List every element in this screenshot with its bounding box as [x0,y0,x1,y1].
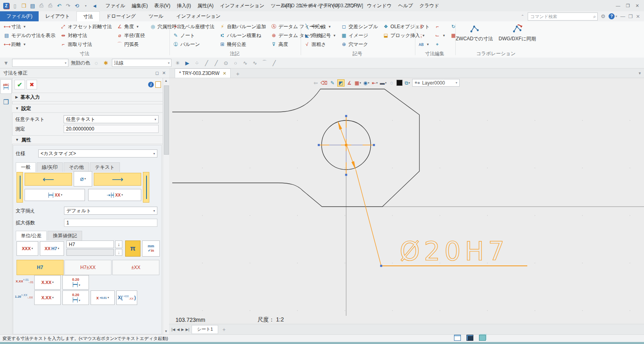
print-preview-icon[interactable]: ⎙ [47,2,54,9]
collapse-left-icon[interactable]: ◀ [91,2,98,9]
open-file-icon[interactable]: ❒ [21,2,27,9]
undo-icon[interactable]: ↶ [56,2,62,9]
ribbon-button-面取り寸法[interactable]: ⌐面取り寸法 [58,40,114,49]
last-sheet-icon[interactable]: ▶| [186,327,189,332]
dimension-display-icon[interactable]: ⇤▾ [371,79,378,87]
spline-icon[interactable]: ∿ [251,60,258,66]
ribbon-button-xxedit[interactable]: ẍ [416,22,431,31]
add-sheet-button[interactable]: ＋ [221,326,227,333]
monitor-icon[interactable] [466,335,473,341]
tol-paren-button[interactable]: X( +XX-XX ) [116,290,137,305]
doc-minimize-button[interactable]: — [620,14,625,19]
command-search-input[interactable] [528,12,598,21]
point-style-icon[interactable]: ⁘ [193,60,200,66]
fmt-primary-combo[interactable]: XXX▾ [17,241,38,256]
new-file-icon[interactable]: ▯ [12,2,18,9]
tol-style-button-H7±XX[interactable]: H7±XX [64,260,111,275]
menu-item-5[interactable]: インフォメーション [217,1,267,10]
tab-file[interactable]: ファイル(F) [0,11,39,21]
ok-button[interactable]: ✔ [14,80,25,89]
tol-style-button-±XX[interactable]: ±XX [112,260,159,275]
line-icon[interactable]: ╱ [203,60,210,66]
fit-upper-input[interactable]: H7 [66,240,114,248]
window-minimize-button[interactable]: — [616,3,620,8]
tab-レイアウト[interactable]: レイアウト [39,11,76,21]
attr-tab-テキスト[interactable]: テキスト [90,162,120,172]
attr-tab-線/矢印[interactable]: 線/矢印 [37,162,63,172]
ribbon-button-abcedit[interactable]: ᴀʙ▼ [416,40,431,49]
ribbon-button-モデルの寸法を表示[interactable]: ▤モデルの寸法を表示 [2,31,57,40]
color-swatch[interactable] [396,80,402,86]
ribbon-button-円弧長[interactable]: ⌒円弧長 [115,40,147,49]
help-button[interactable]: ? ▾ [609,13,617,19]
doc-close-button[interactable]: ✕ [636,14,640,19]
dimension-grips[interactable] [318,115,382,267]
menu-item-8[interactable]: アプリ [343,1,363,10]
sheet-tab[interactable]: シート1 [192,325,218,334]
ray-icon[interactable]: ╱ [270,60,278,66]
mm-in-toggle-button[interactable]: mm ✔in [142,240,160,257]
ext-line-left-button[interactable] [17,172,23,203]
ribbon-button-dimp[interactable]: ⌐ [432,22,448,31]
tab-ツール[interactable]: ツール [142,11,170,21]
attr-tab-一般[interactable]: 一般 [16,162,36,172]
tab-list-caret-icon[interactable]: ▼ [638,71,642,75]
attr-tab-その他[interactable]: その他 [64,162,89,172]
center-grip[interactable] [345,144,347,146]
tab-ドローイング[interactable]: ドローイング [100,11,142,21]
menu-item-4[interactable]: 属性(A) [194,1,216,10]
tab-close-icon[interactable]: ✕ [223,71,226,76]
ribbon-button-中心線[interactable]: ╲中心線▼ [302,22,338,31]
panel-dock-icon[interactable]: ◻ [155,70,159,76]
ribbon-button-面粗さ[interactable]: √面粗さ [302,40,338,49]
help-doc-icon[interactable] [155,81,161,88]
collapse-ribbon-icon[interactable]: ⌃ [521,14,524,19]
ribbon-button-ラベル座標寸法[interactable]: ⌖ラベル座標寸法 [171,22,217,31]
scroll-down-icon[interactable]: ▼ [163,329,169,334]
unit-tab-換算値併記[interactable]: 換算値併記 [47,231,82,240]
scroll-up-icon[interactable]: ▲ [163,78,169,84]
dimension-text-tool-icon[interactable]: ABC┝━┥ [0,79,12,94]
window-restore-button[interactable]: ❐ [626,3,630,8]
ribbon-button-交差シンブル[interactable]: ◻交差シンブル [339,22,380,31]
menu-item-7[interactable]: ユーティリティ(U) [295,1,342,10]
play-icon[interactable]: ▶ [184,60,191,66]
any-text-combo[interactable]: 任意テキスト▾ [64,115,159,123]
window-close-button[interactable]: ✕ [636,3,639,8]
selection-filter-icon[interactable]: ◌ [388,79,395,87]
layer-combo[interactable]: ✱◉ Layer0000 ▾ [412,79,460,87]
panel-scrollbar[interactable]: ▲ ▼ [163,78,169,334]
ribbon-button-イメージ[interactable]: ▦イメージ [339,31,380,40]
arrow-right-button[interactable]: ⟶ [94,173,141,186]
ribbon-button-対称寸法[interactable]: ⇹対称寸法 [58,31,114,40]
redo-icon[interactable]: ↷ [65,2,71,9]
table-view-icon[interactable] [454,335,461,341]
menu-item-9[interactable]: ウィンドウ [364,1,394,10]
ribbon-button-距離[interactable]: ⟷距離▼ [2,40,57,49]
attribute-filter-combo[interactable]: ▾ [12,59,68,67]
display-mode-icon[interactable]: ▬▾ [380,79,387,87]
view-tool-icon[interactable]: ❒ [1,95,11,109]
quickbar-caret-icon[interactable]: ▾ [83,2,89,9]
tol-gap-combo-1[interactable]: 0.20 ┝━┥ ▾ [62,275,89,290]
save-icon[interactable]: ▤ [29,2,36,9]
linewidth-icon[interactable]: ✳ [174,60,181,66]
bulb-color-icon[interactable]: ✱ [102,60,109,66]
menu-item-3[interactable]: 挿入(I) [174,1,194,10]
dimension-text[interactable]: Ø20H7 [400,236,509,266]
ribbon-button-溶接記号[interactable]: ◣溶接記号▼ [302,31,338,40]
arc-icon[interactable]: ⌒ [261,59,268,66]
ribbon-button-自動バルーン追加[interactable]: ⚡自動バルーン追加 [217,22,268,31]
settings-gear-icon[interactable]: ⚙ [601,13,606,19]
ribbon-button-幾何公差[interactable]: ⊞幾何公差 [217,40,268,49]
ribbon-button-ノート[interactable]: ✎ノート [171,31,217,40]
menu-item-1[interactable]: 編集(E) [129,1,151,10]
print-icon[interactable]: ⎙ [38,2,45,9]
ribbon-button-穴マーク[interactable]: ⊕穴マーク [339,40,380,49]
fmt-fit-combo[interactable]: XXH7▾ [40,241,64,256]
menu-item-2[interactable]: 表示(V) [151,1,173,10]
exit-sheet-icon[interactable]: ⇦ [312,79,319,87]
spec-combo[interactable]: <カスタマイズ>▾ [38,149,157,157]
ribbon-button-角度[interactable]: ∠角度▼ [115,22,147,31]
doc-restore-button[interactable]: ❐ [628,14,633,19]
